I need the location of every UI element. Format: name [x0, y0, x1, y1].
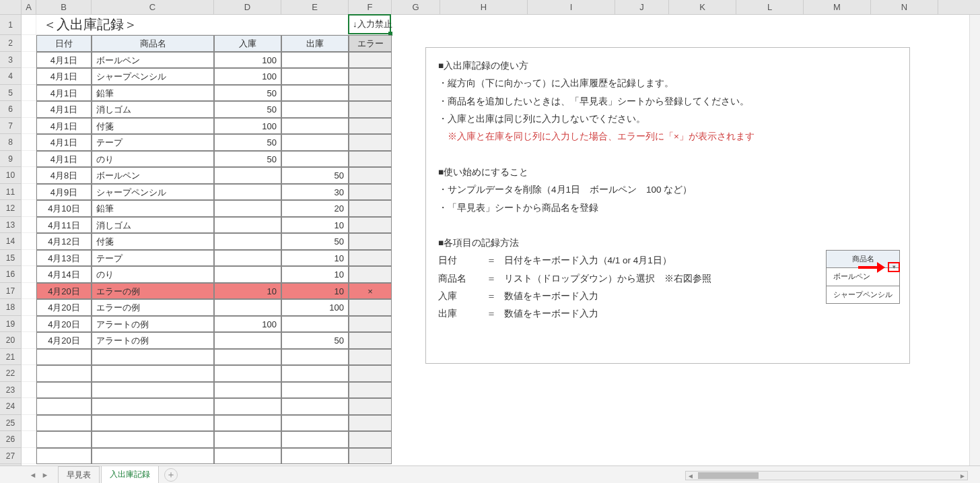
cell-out[interactable] [281, 134, 349, 151]
col-header-A[interactable]: A [22, 0, 36, 14]
cell-date[interactable]: 4月20日 [36, 299, 92, 316]
tab-nav-prev-icon[interactable]: ◄ [28, 470, 38, 480]
cell-date[interactable]: 4月1日 [36, 151, 92, 168]
cell-in[interactable]: 50 [214, 85, 281, 102]
cell-empty[interactable] [214, 349, 281, 366]
row-header-7[interactable]: 7 [0, 118, 21, 135]
cell-product[interactable]: シャープペンシル [92, 68, 214, 85]
row-header-10[interactable]: 10 [0, 167, 21, 184]
cell-error[interactable] [349, 167, 392, 184]
cell-error[interactable] [349, 250, 392, 267]
cell-product[interactable]: ボールペン [92, 167, 214, 184]
cell-date[interactable]: 4月12日 [36, 233, 92, 250]
cell-out[interactable]: 50 [281, 332, 349, 349]
row-header-26[interactable]: 26 [0, 431, 21, 448]
cell-empty[interactable] [92, 448, 214, 465]
row-header-27[interactable]: 27 [0, 448, 21, 465]
cell-empty[interactable] [214, 448, 281, 465]
cell-empty[interactable] [36, 382, 92, 399]
cell-empty[interactable] [349, 382, 392, 399]
cell-in[interactable] [214, 167, 281, 184]
cell-area[interactable]: ＜入出庫記録＞↓入力禁止日付商品名入庫出庫エラー4月1日ボールペン1004月1日… [22, 15, 980, 465]
cell-out[interactable]: 50 [281, 233, 349, 250]
col-header-I[interactable]: I [528, 0, 615, 14]
cell-empty[interactable] [92, 365, 214, 382]
cell-out[interactable] [281, 68, 349, 85]
row-header-6[interactable]: 6 [0, 101, 21, 118]
horizontal-scrollbar[interactable]: ◄ ► [685, 471, 968, 480]
cell-empty[interactable] [349, 415, 392, 432]
cell-out[interactable] [281, 85, 349, 102]
select-all-corner[interactable] [0, 0, 22, 14]
row-header-24[interactable]: 24 [0, 398, 21, 415]
scroll-right-icon[interactable]: ► [958, 472, 967, 480]
row-header-21[interactable]: 21 [0, 349, 21, 366]
row-header-16[interactable]: 16 [0, 266, 21, 283]
cell-product[interactable]: テープ [92, 134, 214, 151]
cell-error[interactable] [349, 101, 392, 118]
cell-empty[interactable] [349, 349, 392, 366]
row-header-5[interactable]: 5 [0, 85, 21, 102]
cell-product[interactable]: 消しゴム [92, 217, 214, 234]
cell-in[interactable]: 50 [214, 101, 281, 118]
cell-product[interactable]: 消しゴム [92, 101, 214, 118]
cell-empty[interactable] [281, 398, 349, 415]
row-header-11[interactable]: 11 [0, 184, 21, 201]
cell-product[interactable]: 付箋 [92, 118, 214, 135]
cell-out[interactable] [281, 101, 349, 118]
cell-in[interactable] [214, 332, 281, 349]
cell-product[interactable]: 鉛筆 [92, 200, 214, 217]
cell-out[interactable]: 10 [281, 250, 349, 267]
scroll-left-icon[interactable]: ◄ [686, 472, 695, 480]
cell-in[interactable]: 100 [214, 316, 281, 333]
cell-error[interactable] [349, 184, 392, 201]
cell-date[interactable]: 4月13日 [36, 250, 92, 267]
col-header-N[interactable]: N [871, 0, 938, 14]
col-header-E[interactable]: E [281, 0, 349, 14]
cell-empty[interactable] [36, 398, 92, 415]
cell-empty[interactable] [214, 382, 281, 399]
cell-empty[interactable] [349, 431, 392, 448]
col-header-J[interactable]: J [615, 0, 669, 14]
cell-empty[interactable] [281, 448, 349, 465]
cell-out[interactable]: 10 [281, 283, 349, 300]
sheet-tab-nyushukko[interactable]: 入出庫記録 [101, 465, 159, 484]
col-header-F[interactable]: F [349, 0, 392, 14]
cell-out[interactable] [281, 151, 349, 168]
cell-in[interactable] [214, 250, 281, 267]
row-header-25[interactable]: 25 [0, 415, 21, 432]
cell-empty[interactable] [349, 398, 392, 415]
cell-error[interactable] [349, 217, 392, 234]
cell-error[interactable] [349, 68, 392, 85]
cell-in[interactable]: 100 [214, 68, 281, 85]
row-header-18[interactable]: 18 [0, 299, 21, 316]
cell-empty[interactable] [281, 415, 349, 432]
cell-out[interactable] [281, 118, 349, 135]
col-header-L[interactable]: L [736, 0, 804, 14]
cell-empty[interactable] [92, 431, 214, 448]
cell-product[interactable]: のり [92, 151, 214, 168]
cell-in[interactable]: 50 [214, 151, 281, 168]
header-error[interactable]: エラー [349, 35, 392, 52]
cell-error[interactable] [349, 52, 392, 69]
cell-in[interactable]: 100 [214, 52, 281, 69]
cell-empty[interactable] [281, 365, 349, 382]
cell-error[interactable]: × [349, 283, 392, 300]
row-header-15[interactable]: 15 [0, 250, 21, 267]
row-header-13[interactable]: 13 [0, 217, 21, 234]
cell-error[interactable] [349, 85, 392, 102]
cell-error[interactable] [349, 151, 392, 168]
cell-empty[interactable] [36, 431, 92, 448]
cell-empty[interactable] [349, 448, 392, 465]
row-header-4[interactable]: 4 [0, 68, 21, 85]
cell-empty[interactable] [214, 431, 281, 448]
cell-empty[interactable] [214, 415, 281, 432]
row-header-9[interactable]: 9 [0, 151, 21, 168]
header-in[interactable]: 入庫 [214, 35, 281, 52]
cell-product[interactable]: のり [92, 266, 214, 283]
cell-error[interactable] [349, 266, 392, 283]
cell-empty[interactable] [36, 448, 92, 465]
tab-nav-next-icon[interactable]: ► [40, 470, 50, 480]
cell-empty[interactable] [349, 365, 392, 382]
cell-out[interactable] [281, 52, 349, 69]
